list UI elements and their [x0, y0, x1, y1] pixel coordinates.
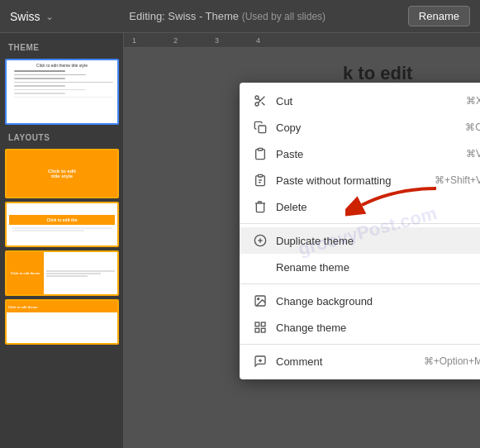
menu-item-copy[interactable]: Copy ⌘C — [240, 114, 480, 141]
svg-rect-7 — [258, 174, 262, 177]
ruler-mark-3: 3 — [213, 36, 254, 45]
ruler-mark-4: 4 — [254, 36, 296, 45]
svg-line-4 — [258, 98, 260, 101]
svg-point-1 — [255, 102, 259, 106]
change-background-label: Change background — [276, 295, 480, 307]
context-menu: groovyPost.com Cut ⌘X — [240, 83, 480, 379]
layouts-section-label: LAYOUTS — [5, 130, 118, 145]
svg-rect-17 — [255, 328, 259, 332]
layout-slide-thumb-3[interactable]: Click to edit theme — [5, 250, 119, 296]
menu-item-duplicate-theme[interactable]: Duplicate theme — [240, 227, 480, 254]
slide-heading: k to edit — [343, 63, 477, 84]
theme-section-label: THEME — [5, 40, 118, 55]
clipboard-icon — [253, 146, 268, 161]
copy-icon — [253, 120, 268, 135]
thumb-title-text: Click to edit theme title style — [9, 63, 115, 68]
top-bar-left: Swiss ⌄ — [10, 10, 54, 23]
menu-divider-2 — [240, 284, 480, 284]
image-icon — [253, 293, 268, 308]
menu-item-change-background[interactable]: Change background — [240, 288, 480, 314]
canvas-area: 1 2 3 4 k to edit st level Second level … — [124, 33, 480, 448]
top-bar: Swiss ⌄ Editing: Swiss - Theme (Used by … — [0, 0, 480, 33]
layout-slide-thumb-1[interactable]: Click to edittitle style — [5, 149, 119, 198]
menu-item-paste-no-format[interactable]: Paste without formatting ⌘+Shift+V — [240, 167, 480, 193]
svg-line-3 — [262, 102, 265, 106]
rename-theme-icon — [253, 260, 268, 274]
cut-shortcut: ⌘X — [466, 95, 480, 107]
svg-rect-5 — [259, 126, 266, 133]
svg-rect-18 — [261, 328, 265, 332]
comment-plus-icon — [253, 354, 268, 369]
paste-no-format-label: Paste without formatting — [276, 174, 426, 187]
ruler-mark-1: 1 — [131, 36, 172, 45]
menu-divider-1 — [240, 223, 480, 224]
ruler-mark-2: 2 — [172, 36, 213, 45]
clipboard-text-icon — [253, 173, 268, 188]
paste-label: Paste — [276, 148, 458, 160]
comment-shortcut: ⌘+Option+M — [424, 355, 480, 367]
svg-rect-15 — [255, 322, 259, 326]
menu-item-delete[interactable]: Delete — [240, 193, 480, 220]
menu-item-comment[interactable]: Comment ⌘+Option+M — [240, 348, 480, 374]
duplicate-theme-icon — [253, 233, 268, 248]
comment-label: Comment — [276, 355, 416, 368]
svg-rect-16 — [261, 322, 265, 326]
rename-theme-label: Rename theme — [276, 261, 480, 274]
ruler-horizontal: 1 2 3 4 — [124, 33, 480, 48]
theme-thumb-inner: Click to edit theme title style — [7, 60, 117, 123]
layout-slide-thumb-2[interactable]: Click to edit the — [5, 202, 119, 247]
change-theme-label: Change theme — [276, 322, 480, 334]
layout-thumb-text-1: Click to edittitle style — [46, 167, 78, 180]
copy-shortcut: ⌘C — [465, 122, 480, 133]
svg-rect-6 — [258, 148, 262, 150]
ruler-marks: 1 2 3 4 — [131, 36, 296, 45]
menu-item-paste[interactable]: Paste ⌘V — [240, 141, 480, 167]
paste-no-format-shortcut: ⌘+Shift+V — [435, 174, 480, 186]
cut-label: Cut — [276, 95, 458, 107]
editing-label: Editing: Swiss - Theme — [129, 10, 239, 22]
menu-item-rename-theme[interactable]: Rename theme — [240, 254, 480, 280]
main-layout: THEME Click to edit theme title style LA… — [0, 33, 480, 448]
chevron-down-icon: ⌄ — [45, 11, 54, 22]
menu-divider-3 — [240, 344, 480, 345]
menu-item-cut[interactable]: Cut ⌘X — [240, 88, 480, 114]
thumb-lines — [12, 69, 115, 98]
svg-point-14 — [258, 298, 259, 300]
theme-title: Swiss — [10, 10, 40, 23]
rename-button[interactable]: Rename — [408, 6, 470, 26]
svg-point-0 — [255, 96, 259, 99]
theme-slide-thumb[interactable]: Click to edit theme title style — [5, 59, 119, 125]
sidebar: THEME Click to edit theme title style LA… — [0, 33, 124, 448]
trash-icon — [253, 199, 268, 214]
layout-slide-thumb-4[interactable]: Click to edit theme — [5, 299, 119, 345]
paste-shortcut: ⌘V — [466, 148, 480, 160]
duplicate-theme-label: Duplicate theme — [276, 235, 480, 247]
top-bar-center: Editing: Swiss - Theme (Used by all slid… — [54, 10, 402, 22]
grid-icon — [253, 320, 268, 335]
menu-item-change-theme[interactable]: Change theme — [240, 314, 480, 341]
delete-label: Delete — [276, 201, 474, 213]
copy-label: Copy — [276, 122, 457, 134]
used-by-label: (Used by all slides) — [242, 11, 326, 22]
scissors-icon — [253, 93, 268, 108]
